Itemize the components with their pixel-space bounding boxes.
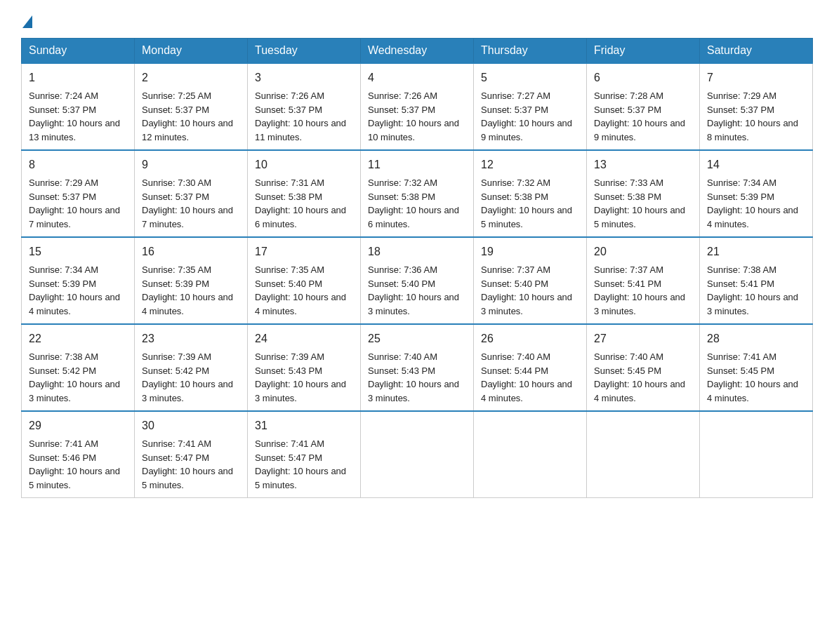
daylight-label: Daylight: 10 hours and 3 minutes. bbox=[368, 292, 459, 316]
sunset-label: Sunset: 5:46 PM bbox=[29, 452, 96, 463]
daylight-label: Daylight: 10 hours and 4 minutes. bbox=[594, 379, 685, 403]
day-number: 26 bbox=[481, 330, 579, 347]
sunset-label: Sunset: 5:38 PM bbox=[481, 192, 548, 202]
day-number: 2 bbox=[142, 69, 240, 86]
sunrise-label: Sunrise: 7:28 AM bbox=[594, 90, 663, 101]
calendar-week-row: 8Sunrise: 7:29 AMSunset: 5:37 PMDaylight… bbox=[22, 150, 813, 237]
day-number: 12 bbox=[481, 156, 579, 173]
day-number: 9 bbox=[142, 156, 240, 173]
calendar-week-row: 1Sunrise: 7:24 AMSunset: 5:37 PMDaylight… bbox=[22, 63, 813, 150]
sunset-label: Sunset: 5:42 PM bbox=[142, 365, 209, 376]
day-number: 21 bbox=[707, 243, 805, 260]
sunrise-label: Sunrise: 7:34 AM bbox=[29, 264, 98, 275]
daylight-label: Daylight: 10 hours and 7 minutes. bbox=[29, 205, 120, 229]
day-number: 23 bbox=[142, 330, 240, 347]
sunset-label: Sunset: 5:42 PM bbox=[29, 365, 96, 376]
calendar-table: SundayMondayTuesdayWednesdayThursdayFrid… bbox=[21, 38, 813, 498]
calendar-cell: 9Sunrise: 7:30 AMSunset: 5:37 PMDaylight… bbox=[135, 150, 248, 237]
day-number: 24 bbox=[255, 330, 353, 347]
day-number: 4 bbox=[368, 69, 466, 86]
daylight-label: Daylight: 10 hours and 9 minutes. bbox=[594, 118, 685, 142]
sunset-label: Sunset: 5:47 PM bbox=[142, 452, 209, 463]
calendar-cell: 20Sunrise: 7:37 AMSunset: 5:41 PMDayligh… bbox=[587, 237, 700, 324]
day-number: 20 bbox=[594, 243, 692, 260]
daylight-label: Daylight: 10 hours and 13 minutes. bbox=[29, 118, 120, 142]
calendar-cell: 27Sunrise: 7:40 AMSunset: 5:45 PMDayligh… bbox=[587, 324, 700, 411]
calendar-cell: 22Sunrise: 7:38 AMSunset: 5:42 PMDayligh… bbox=[22, 324, 135, 411]
sunset-label: Sunset: 5:37 PM bbox=[707, 105, 774, 115]
sunset-label: Sunset: 5:38 PM bbox=[368, 192, 435, 202]
day-number: 8 bbox=[29, 156, 127, 173]
daylight-label: Daylight: 10 hours and 4 minutes. bbox=[707, 205, 798, 229]
col-header-tuesday: Tuesday bbox=[248, 39, 361, 64]
daylight-label: Daylight: 10 hours and 3 minutes. bbox=[29, 379, 120, 403]
sunset-label: Sunset: 5:41 PM bbox=[707, 279, 774, 289]
calendar-cell: 31Sunrise: 7:41 AMSunset: 5:47 PMDayligh… bbox=[248, 411, 361, 498]
calendar-week-row: 15Sunrise: 7:34 AMSunset: 5:39 PMDayligh… bbox=[22, 237, 813, 324]
sunset-label: Sunset: 5:39 PM bbox=[707, 192, 774, 202]
day-number: 11 bbox=[368, 156, 466, 173]
calendar-cell: 1Sunrise: 7:24 AMSunset: 5:37 PMDaylight… bbox=[22, 63, 135, 150]
calendar-cell: 30Sunrise: 7:41 AMSunset: 5:47 PMDayligh… bbox=[135, 411, 248, 498]
sunrise-label: Sunrise: 7:27 AM bbox=[481, 90, 550, 101]
calendar-cell: 7Sunrise: 7:29 AMSunset: 5:37 PMDaylight… bbox=[700, 63, 813, 150]
calendar-cell: 4Sunrise: 7:26 AMSunset: 5:37 PMDaylight… bbox=[361, 63, 474, 150]
day-number: 14 bbox=[707, 156, 805, 173]
daylight-label: Daylight: 10 hours and 9 minutes. bbox=[481, 118, 572, 142]
sunrise-label: Sunrise: 7:36 AM bbox=[368, 264, 437, 275]
day-number: 13 bbox=[594, 156, 692, 173]
calendar-cell: 15Sunrise: 7:34 AMSunset: 5:39 PMDayligh… bbox=[22, 237, 135, 324]
sunrise-label: Sunrise: 7:26 AM bbox=[255, 90, 324, 101]
sunset-label: Sunset: 5:40 PM bbox=[255, 279, 322, 289]
daylight-label: Daylight: 10 hours and 4 minutes. bbox=[255, 292, 346, 316]
daylight-label: Daylight: 10 hours and 3 minutes. bbox=[255, 379, 346, 403]
sunset-label: Sunset: 5:37 PM bbox=[29, 192, 96, 202]
sunset-label: Sunset: 5:37 PM bbox=[255, 105, 322, 115]
sunrise-label: Sunrise: 7:35 AM bbox=[255, 264, 324, 275]
calendar-cell: 25Sunrise: 7:40 AMSunset: 5:43 PMDayligh… bbox=[361, 324, 474, 411]
logo bbox=[21, 14, 32, 28]
sunset-label: Sunset: 5:44 PM bbox=[481, 365, 548, 376]
daylight-label: Daylight: 10 hours and 8 minutes. bbox=[707, 118, 798, 142]
sunrise-label: Sunrise: 7:26 AM bbox=[368, 90, 437, 101]
sunrise-label: Sunrise: 7:37 AM bbox=[481, 264, 550, 275]
sunset-label: Sunset: 5:47 PM bbox=[255, 452, 322, 463]
daylight-label: Daylight: 10 hours and 4 minutes. bbox=[481, 379, 572, 403]
sunset-label: Sunset: 5:37 PM bbox=[368, 105, 435, 115]
col-header-thursday: Thursday bbox=[474, 39, 587, 64]
sunrise-label: Sunrise: 7:29 AM bbox=[29, 177, 98, 188]
calendar-cell: 18Sunrise: 7:36 AMSunset: 5:40 PMDayligh… bbox=[361, 237, 474, 324]
calendar-cell: 14Sunrise: 7:34 AMSunset: 5:39 PMDayligh… bbox=[700, 150, 813, 237]
day-number: 3 bbox=[255, 69, 353, 86]
sunset-label: Sunset: 5:41 PM bbox=[594, 279, 661, 289]
calendar-cell bbox=[474, 411, 587, 498]
logo-triangle-icon bbox=[22, 15, 32, 28]
daylight-label: Daylight: 10 hours and 3 minutes. bbox=[707, 292, 798, 316]
calendar-cell: 29Sunrise: 7:41 AMSunset: 5:46 PMDayligh… bbox=[22, 411, 135, 498]
daylight-label: Daylight: 10 hours and 10 minutes. bbox=[368, 118, 459, 142]
sunset-label: Sunset: 5:39 PM bbox=[29, 279, 96, 289]
calendar-cell: 12Sunrise: 7:32 AMSunset: 5:38 PMDayligh… bbox=[474, 150, 587, 237]
sunset-label: Sunset: 5:38 PM bbox=[594, 192, 661, 202]
day-number: 29 bbox=[29, 417, 127, 434]
sunrise-label: Sunrise: 7:37 AM bbox=[594, 264, 663, 275]
sunrise-label: Sunrise: 7:35 AM bbox=[142, 264, 211, 275]
calendar-cell: 26Sunrise: 7:40 AMSunset: 5:44 PMDayligh… bbox=[474, 324, 587, 411]
calendar-cell bbox=[700, 411, 813, 498]
sunset-label: Sunset: 5:40 PM bbox=[368, 279, 435, 289]
daylight-label: Daylight: 10 hours and 3 minutes. bbox=[142, 379, 233, 403]
sunrise-label: Sunrise: 7:31 AM bbox=[255, 177, 324, 188]
day-number: 7 bbox=[707, 69, 805, 86]
sunrise-label: Sunrise: 7:40 AM bbox=[368, 351, 437, 362]
sunrise-label: Sunrise: 7:39 AM bbox=[142, 351, 211, 362]
daylight-label: Daylight: 10 hours and 5 minutes. bbox=[255, 466, 346, 490]
daylight-label: Daylight: 10 hours and 5 minutes. bbox=[594, 205, 685, 229]
daylight-label: Daylight: 10 hours and 5 minutes. bbox=[481, 205, 572, 229]
daylight-label: Daylight: 10 hours and 4 minutes. bbox=[142, 292, 233, 316]
day-number: 15 bbox=[29, 243, 127, 260]
daylight-label: Daylight: 10 hours and 5 minutes. bbox=[142, 466, 233, 490]
sunrise-label: Sunrise: 7:41 AM bbox=[142, 438, 211, 449]
calendar-cell: 8Sunrise: 7:29 AMSunset: 5:37 PMDaylight… bbox=[22, 150, 135, 237]
day-number: 16 bbox=[142, 243, 240, 260]
calendar-cell: 2Sunrise: 7:25 AMSunset: 5:37 PMDaylight… bbox=[135, 63, 248, 150]
